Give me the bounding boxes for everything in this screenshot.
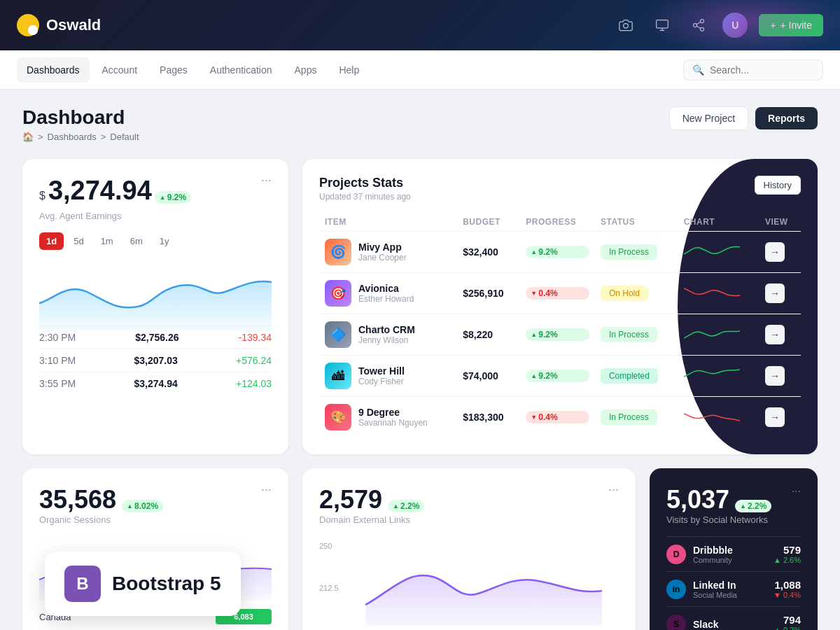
- links-header: 2,579 2.2% Domain External Links: [319, 485, 424, 536]
- col-view: VIEW: [760, 213, 801, 232]
- project-icon: 🔷: [325, 321, 351, 348]
- progress-badge: 9.2%: [526, 370, 589, 382]
- stat-change: +576.24: [236, 355, 272, 366]
- breadcrumb-default: Default: [110, 132, 139, 142]
- camera-icon[interactable]: [613, 13, 638, 38]
- social-subtitle: Visits by Social Networks: [666, 514, 771, 525]
- logo-text: Oswald: [46, 16, 101, 34]
- stat-time: 3:10 PM: [39, 355, 76, 366]
- budget: $8,220: [463, 329, 493, 340]
- view-button[interactable]: →: [765, 407, 785, 427]
- earnings-header: $ 3,274.94 9.2% Avg. Agent Earnings: [39, 176, 191, 232]
- view-button[interactable]: →: [765, 242, 785, 262]
- svg-point-5: [694, 24, 697, 27]
- tab-help[interactable]: Help: [329, 57, 369, 83]
- tab-account[interactable]: Account: [92, 57, 148, 83]
- more-icon[interactable]: ···: [792, 485, 801, 498]
- sparkline-chart: [684, 240, 740, 261]
- social-count: 579: [774, 544, 801, 556]
- sparkline-chart: [684, 364, 740, 385]
- project-item: 🎨 9 Degree Savannah Nguyen: [325, 404, 451, 430]
- stat-change: -139.34: [239, 332, 272, 343]
- projects-table-wrapper: ITEM BUDGET PROGRESS STATUS CHART VIEW: [319, 213, 801, 438]
- search-input[interactable]: [710, 64, 814, 76]
- status-badge: In Process: [601, 327, 657, 342]
- projects-title-area: Projects Stats Updated 37 minutes ago: [319, 176, 411, 202]
- social-change: ▲ 2.6%: [774, 556, 801, 564]
- earnings-badge: 9.2%: [155, 191, 191, 204]
- social-badge: 2.2%: [735, 500, 771, 512]
- projects-card-header: Projects Stats Updated 37 minutes ago Hi…: [319, 176, 801, 202]
- status-badge: On Hold: [601, 286, 648, 301]
- table-row: 🔷 Charto CRM Jenny Wilson $8,220 9.2% In…: [319, 314, 801, 356]
- breadcrumb-home: 🏠: [22, 132, 34, 142]
- breadcrumb: 🏠 > Dashboards > Default: [22, 132, 139, 142]
- tab-pages[interactable]: Pages: [150, 57, 197, 83]
- new-project-button[interactable]: New Project: [669, 106, 748, 130]
- social-item: in Linked In Social Media 1,088 ▼ 0.4%: [666, 571, 801, 606]
- earnings-card: $ 3,274.94 9.2% Avg. Agent Earnings ··· …: [22, 159, 288, 454]
- filter-1m[interactable]: 1m: [94, 232, 120, 250]
- tab-authentication[interactable]: Authentication: [200, 57, 282, 83]
- links-card: 2,579 2.2% Domain External Links ··· 250…: [302, 468, 636, 630]
- filter-1y[interactable]: 1y: [153, 232, 176, 250]
- main-content: Dashboard 🏠 > Dashboards > Default New P…: [0, 90, 840, 630]
- social-item: D Dribbble Community 579 ▲ 2.6%: [666, 536, 801, 571]
- tab-dashboards[interactable]: Dashboards: [17, 57, 90, 83]
- stat-amount: $2,756.26: [135, 332, 178, 343]
- earnings-chart: [39, 261, 272, 317]
- col-chart: CHART: [678, 213, 760, 232]
- project-name: Mivy App: [358, 241, 407, 253]
- stat-change: +124.03: [236, 378, 272, 389]
- progress-badge: 0.4%: [526, 411, 589, 424]
- invite-button[interactable]: + + Invite: [759, 14, 823, 36]
- view-button[interactable]: →: [765, 284, 785, 303]
- project-person: Cody Fisher: [358, 377, 405, 386]
- stat-time: 3:55 PM: [39, 378, 76, 389]
- social-item: S Slack 794 ▲ 0.2%: [666, 606, 801, 630]
- top-cards-row: $ 3,274.94 9.2% Avg. Agent Earnings ··· …: [22, 159, 818, 454]
- dribbble-icon: D: [666, 545, 686, 564]
- more-icon[interactable]: ···: [261, 482, 272, 536]
- filter-5d[interactable]: 5d: [66, 232, 90, 250]
- social-type: Social Media: [693, 591, 737, 599]
- avatar[interactable]: U: [722, 13, 748, 38]
- earnings-amount-row: $ 3,274.94 9.2%: [39, 176, 191, 208]
- share-icon[interactable]: [686, 13, 711, 38]
- filter-1d[interactable]: 1d: [39, 232, 64, 250]
- history-button[interactable]: History: [755, 176, 801, 195]
- project-item: 🌀 Mivy App Jane Cooper: [325, 239, 451, 265]
- social-header: 5,037 2.2% Visits by Social Networks: [666, 485, 771, 536]
- bootstrap-label: Bootstrap 5: [112, 573, 221, 595]
- project-name: Charto CRM: [358, 324, 415, 335]
- col-budget: BUDGET: [457, 213, 520, 232]
- budget: $183,300: [463, 412, 503, 423]
- project-item: 🔷 Charto CRM Jenny Wilson: [325, 321, 451, 348]
- social-name: Dribbble: [693, 545, 733, 556]
- table-row: 🌀 Mivy App Jane Cooper $32,400 9.2% In P…: [319, 232, 801, 273]
- project-name: 9 Degree: [358, 407, 428, 418]
- links-subtitle: Domain External Links: [319, 514, 424, 525]
- filter-6m[interactable]: 6m: [123, 232, 150, 250]
- sparkline-chart: [684, 405, 740, 426]
- logo-area: Oswald: [17, 14, 101, 36]
- tab-apps[interactable]: Apps: [285, 57, 327, 83]
- status-badge: In Process: [601, 244, 657, 260]
- page-actions: New Project Reports: [669, 106, 818, 130]
- table-row: 🏙 Tower Hill Cody Fisher $74,000 9.2% Co…: [319, 356, 801, 397]
- view-button[interactable]: →: [765, 366, 785, 386]
- social-amount: 5,037 2.2%: [666, 485, 771, 514]
- links-badge: 2.2%: [388, 500, 424, 512]
- reports-button[interactable]: Reports: [755, 107, 818, 130]
- projects-card: Projects Stats Updated 37 minutes ago Hi…: [302, 159, 818, 454]
- time-filters: 1d 5d 1m 6m 1y: [39, 232, 272, 250]
- search-bar[interactable]: 🔍: [683, 59, 823, 80]
- breadcrumb-dashboards: Dashboards: [48, 132, 97, 142]
- monitor-icon[interactable]: [650, 13, 675, 38]
- stat-amount: $3,207.03: [134, 355, 177, 366]
- status-badge: In Process: [601, 410, 657, 425]
- more-icon[interactable]: ···: [608, 482, 619, 536]
- view-button[interactable]: →: [765, 325, 785, 344]
- social-type: Community: [693, 556, 733, 564]
- more-options-icon[interactable]: ···: [261, 173, 272, 188]
